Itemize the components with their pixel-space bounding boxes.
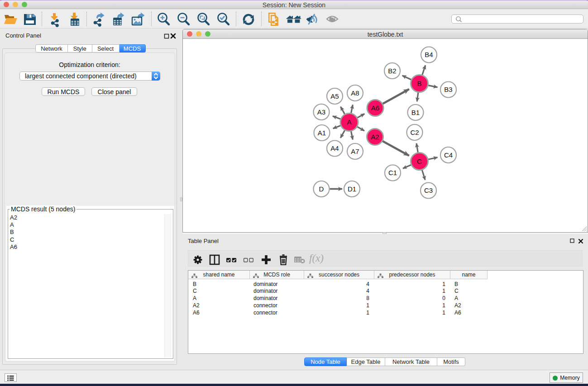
svg-text:B3: B3 xyxy=(444,86,452,93)
svg-text:C2: C2 xyxy=(410,129,419,136)
svg-text:B4: B4 xyxy=(425,51,433,58)
svg-text:A3: A3 xyxy=(317,108,325,116)
svg-text:D: D xyxy=(319,185,324,193)
svg-text:A5: A5 xyxy=(330,92,339,100)
svg-text:C: C xyxy=(417,157,422,165)
svg-text:B1: B1 xyxy=(411,109,420,116)
svg-text:B: B xyxy=(417,80,421,87)
svg-text:D1: D1 xyxy=(348,185,356,193)
svg-text:A1: A1 xyxy=(318,129,326,137)
svg-text:A: A xyxy=(347,118,351,126)
svg-text:A6: A6 xyxy=(371,104,379,112)
svg-text:C4: C4 xyxy=(444,151,453,159)
svg-text:A8: A8 xyxy=(351,89,359,97)
svg-text:A2: A2 xyxy=(371,133,379,141)
svg-text:C3: C3 xyxy=(424,186,433,194)
svg-text:B2: B2 xyxy=(388,67,396,75)
svg-text:C1: C1 xyxy=(388,169,397,176)
svg-text:A7: A7 xyxy=(351,148,359,155)
svg-text:A4: A4 xyxy=(330,144,339,152)
